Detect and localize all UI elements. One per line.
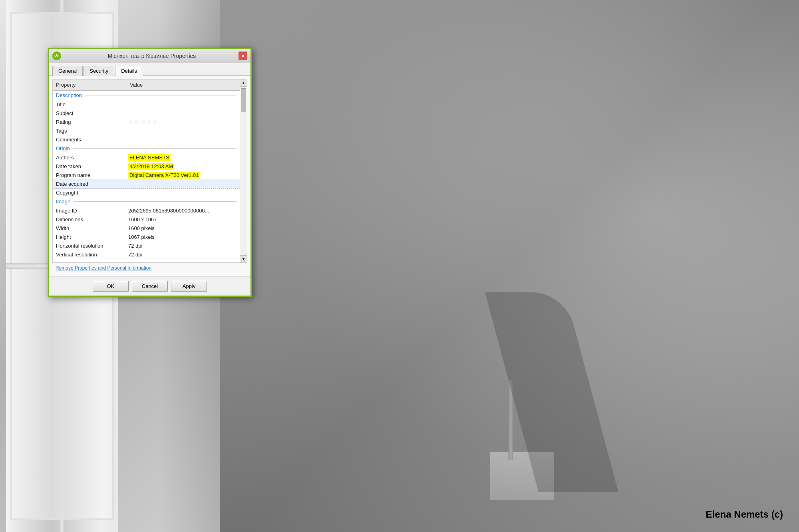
table-row: Comments (53, 135, 240, 144)
prop-tags-value[interactable] (127, 130, 240, 131)
prop-programname-value[interactable]: Digital Camera X-T20 Ver1.01 (127, 171, 240, 179)
prop-vres-label: Vertical resolution (53, 251, 127, 258)
scrollbar-thumb[interactable] (241, 88, 246, 112)
dialog-footer: OK Cancel Apply (49, 276, 250, 296)
rating-stars[interactable]: ☆☆☆☆☆ (128, 119, 158, 125)
section-image-label: Image (56, 199, 70, 204)
table-row: Horizontal resolution 72 dpi (53, 241, 240, 250)
tab-details[interactable]: Details (115, 66, 143, 76)
prop-dateacquired-value[interactable] (127, 183, 240, 185)
table-row: Tags (53, 126, 240, 135)
section-line (74, 201, 237, 202)
column-value-header: Value (127, 81, 247, 89)
prop-imageid-value: 2d522695f081589800000000000... (127, 207, 240, 214)
properties-table: Property Value ▲ ▼ Description Title (52, 79, 247, 263)
table-body: Description Title Subject Rating ☆☆☆☆☆ T… (53, 91, 247, 259)
table-header: Property Value (53, 79, 247, 91)
prop-authors-value[interactable]: ELENA NEMETS (127, 154, 240, 161)
prop-width-value: 1600 pixels (127, 224, 240, 232)
cancel-button[interactable]: Cancel (132, 281, 168, 292)
section-origin-label: Origin (56, 145, 70, 151)
prop-subject-label: Subject (53, 109, 127, 117)
tab-general[interactable]: General (52, 66, 83, 76)
prop-imageid-label: Image ID (53, 207, 127, 214)
prop-rating-value[interactable]: ☆☆☆☆☆ (127, 118, 240, 126)
prop-height-label: Height (53, 233, 127, 241)
prop-datetaken-label: Date taken (53, 163, 127, 170)
table-row: Date taken 4/2/2018 12:03 AM (53, 162, 240, 171)
apply-button[interactable]: Apply (171, 281, 207, 292)
prop-width-label: Width (53, 224, 127, 232)
prop-hres-label: Horizontal resolution (53, 242, 127, 250)
close-button[interactable]: × (239, 52, 247, 60)
table-row: Image ID 2d522695f081589800000000000... (53, 206, 240, 215)
prop-tags-label: Tags (53, 127, 127, 135)
section-image: Image (53, 197, 240, 206)
prop-height-value: 1067 pixels (127, 233, 240, 241)
datetaken-highlighted: 4/2/2018 12:03 AM (128, 163, 174, 170)
prop-copyright-value[interactable] (127, 192, 240, 193)
remove-properties-link[interactable]: Remove Properties and Personal Informati… (52, 263, 247, 273)
section-line (73, 148, 237, 149)
scrollbar[interactable]: ▲ ▼ (240, 79, 247, 262)
prop-dimensions-value: 1600 x 1067 (127, 216, 240, 223)
properties-dialog: 👁 Мюнхен театр Кювилье Properties × Gene… (48, 48, 252, 297)
section-origin: Origin (53, 144, 240, 153)
watermark: Elena Nemets (c) (706, 509, 783, 520)
dialog-title: Мюнхен театр Кювилье Properties (65, 53, 239, 59)
section-description: Description (53, 91, 240, 100)
authors-highlighted: ELENA NEMETS (128, 154, 171, 161)
ok-button[interactable]: OK (93, 281, 129, 292)
table-row: Width 1600 pixels (53, 224, 240, 232)
table-row-selected[interactable]: Date acquired (53, 179, 240, 188)
tab-security[interactable]: Security (83, 66, 114, 76)
prop-programname-label: Program name (53, 171, 127, 179)
column-property-header: Property (53, 81, 127, 89)
prop-rating-label: Rating (53, 118, 127, 126)
table-row: Vertical resolution 72 dpi (53, 250, 240, 259)
table-row: Authors ELENA NEMETS (53, 153, 240, 162)
table-row: Rating ☆☆☆☆☆ (53, 117, 240, 126)
table-row: Copyright (53, 188, 240, 197)
prop-dimensions-label: Dimensions (53, 216, 127, 223)
tab-bar: General Security Details (49, 63, 250, 76)
scrollbar-up-button[interactable]: ▲ (240, 79, 247, 87)
prop-copyright-label: Copyright (53, 189, 127, 197)
dialog-content: Property Value ▲ ▼ Description Title (49, 76, 250, 276)
section-description-label: Description (56, 92, 82, 98)
prop-comments-value[interactable] (127, 139, 240, 140)
scrollbar-down-button[interactable]: ▼ (240, 255, 247, 262)
table-row: Subject (53, 109, 240, 117)
table-row: Title (53, 100, 240, 109)
prop-datetaken-value[interactable]: 4/2/2018 12:03 AM (127, 163, 240, 170)
prop-subject-value[interactable] (127, 112, 240, 114)
table-row: Dimensions 1600 x 1067 (53, 215, 240, 224)
prop-vres-value: 72 dpi (127, 251, 240, 258)
programname-highlighted: Digital Camera X-T20 Ver1.01 (128, 172, 200, 179)
prop-hres-value: 72 dpi (127, 242, 240, 250)
table-row: Height 1067 pixels (53, 232, 240, 241)
table-row: Program name Digital Camera X-T20 Ver1.0… (53, 171, 240, 179)
prop-dateacquired-label: Date acquired (53, 180, 127, 188)
dialog-titlebar: 👁 Мюнхен театр Кювилье Properties × (49, 49, 250, 63)
prop-title-value[interactable] (127, 103, 240, 105)
prop-title-label: Title (53, 101, 127, 108)
prop-authors-label: Authors (53, 154, 127, 161)
section-line (85, 95, 237, 95)
title-icon: 👁 (52, 52, 61, 60)
prop-comments-label: Comments (53, 136, 127, 143)
